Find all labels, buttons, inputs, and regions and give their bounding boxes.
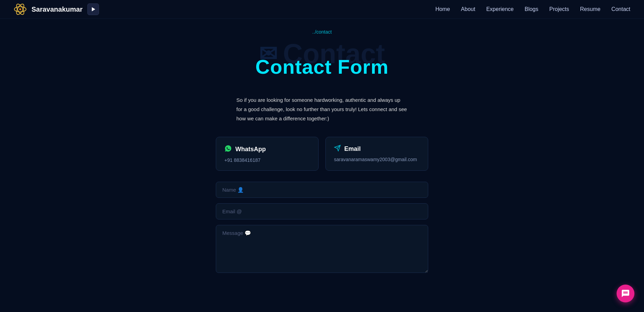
whatsapp-title: WhatsApp [224,145,310,154]
name-input[interactable] [216,182,428,198]
breadcrumb: ../contact [312,29,332,35]
message-input[interactable] [216,225,428,273]
navbar-right: Home About Experience Blogs Projects Res… [435,6,630,12]
email-title: Email [334,145,420,153]
svg-point-3 [19,8,21,10]
page-description: So if you are looking for someone hardwo… [236,95,408,123]
nav-home[interactable]: Home [435,6,450,12]
chat-bubble-button[interactable] [617,285,634,302]
nav-projects[interactable]: Projects [549,6,569,12]
nav-about[interactable]: About [461,6,475,12]
brand-name: Saravanakumar [32,5,83,13]
email-card[interactable]: Email saravanaramaswamy2003@gmail.com [325,137,428,171]
play-button[interactable] [87,3,99,15]
atom-icon [14,3,27,16]
navbar: Saravanakumar Home About Experience Blog… [0,0,644,19]
heading-area: ✉ Contact Contact Form [256,41,389,78]
email-icon [334,145,341,153]
contact-form [216,182,428,273]
whatsapp-value: +91 8838416187 [224,157,310,163]
whatsapp-card[interactable]: WhatsApp +91 8838416187 [216,137,319,171]
nav-resume[interactable]: Resume [580,6,600,12]
nav-contact[interactable]: Contact [611,6,630,12]
email-value: saravanaramaswamy2003@gmail.com [334,157,420,162]
email-input[interactable] [216,203,428,219]
nav-experience[interactable]: Experience [486,6,513,12]
navbar-left: Saravanakumar [14,3,99,16]
svg-marker-4 [92,7,95,11]
main-content: ../contact ✉ Contact Contact Form So if … [0,19,644,273]
nav-blogs[interactable]: Blogs [524,6,538,12]
page-title: Contact Form [256,55,389,78]
contact-cards: WhatsApp +91 8838416187 Email saravanara… [216,137,428,171]
whatsapp-icon [224,145,232,154]
